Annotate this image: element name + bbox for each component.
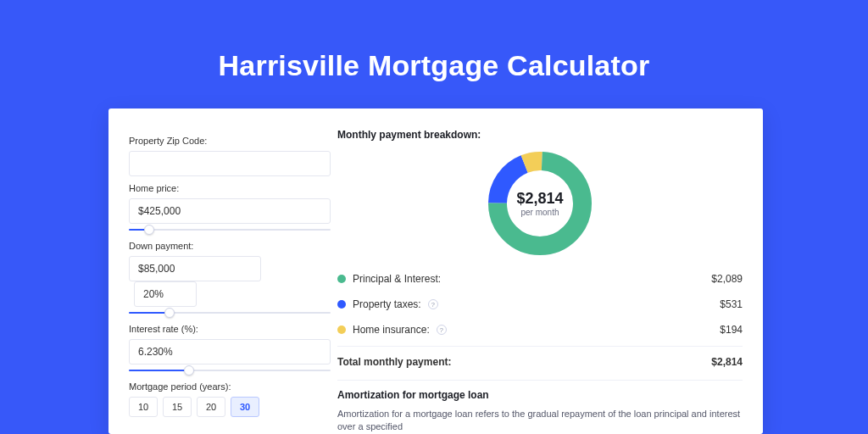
amortization-section: Amortization for mortgage loan Amortizat…: [337, 380, 743, 434]
down-label: Down payment:: [129, 241, 331, 251]
total-label: Total monthly payment:: [337, 356, 451, 368]
donut-chart-wrap: $2,814 per month: [337, 147, 743, 259]
legend-label: Principal & Interest:: [353, 273, 441, 285]
rate-slider[interactable]: [129, 366, 331, 375]
period-option-15[interactable]: 15: [163, 397, 192, 417]
total-row: Total monthly payment: $2,814: [337, 346, 743, 371]
amortization-heading: Amortization for mortgage loan: [337, 389, 743, 401]
calculator-card: Property Zip Code: Home price: Down paym…: [108, 108, 763, 434]
breakdown-legend: Principal & Interest:$2,089Property taxe…: [337, 266, 743, 342]
rate-input[interactable]: [129, 339, 331, 364]
inputs-panel: Property Zip Code: Home price: Down paym…: [108, 108, 331, 434]
price-label: Home price:: [129, 183, 331, 193]
total-amount: $2,814: [711, 356, 743, 368]
down-amount-input[interactable]: [129, 256, 261, 281]
donut-chart: $2,814 per month: [484, 147, 596, 259]
price-slider[interactable]: [129, 225, 331, 234]
breakdown-panel: Monthly payment breakdown: $2,814 per mo…: [331, 108, 763, 434]
legend-row: Principal & Interest:$2,089: [337, 266, 743, 292]
donut-center-sub: per month: [520, 208, 559, 217]
info-icon[interactable]: ?: [437, 325, 447, 335]
page-title: Harrisville Mortgage Calculator: [92, 49, 776, 82]
legend-dot: [337, 275, 346, 283]
period-option-30[interactable]: 30: [231, 397, 259, 417]
legend-amount: $531: [720, 298, 743, 310]
zip-input[interactable]: [129, 151, 331, 176]
legend-label: Home insurance:: [353, 324, 430, 336]
legend-row: Property taxes:?$531: [337, 292, 743, 317]
info-icon[interactable]: ?: [428, 299, 438, 309]
legend-amount: $194: [720, 324, 743, 336]
period-label: Mortgage period (years):: [129, 381, 331, 392]
breakdown-heading: Monthly payment breakdown:: [337, 129, 743, 141]
period-segmented: 10152030: [129, 397, 331, 417]
legend-label: Property taxes:: [353, 298, 421, 310]
period-option-10[interactable]: 10: [129, 397, 158, 417]
donut-center-value: $2,814: [516, 190, 563, 208]
down-percent-input[interactable]: [134, 281, 197, 307]
legend-amount: $2,089: [711, 273, 743, 285]
page-root: Harrisville Mortgage Calculator Property…: [0, 0, 868, 434]
period-option-20[interactable]: 20: [197, 397, 225, 417]
price-input[interactable]: [129, 198, 331, 224]
legend-dot: [337, 326, 346, 334]
legend-row: Home insurance:?$194: [337, 317, 743, 342]
zip-label: Property Zip Code:: [129, 136, 331, 146]
donut-center: $2,814 per month: [484, 147, 596, 259]
legend-dot: [337, 300, 346, 309]
rate-label: Interest rate (%):: [129, 324, 331, 334]
amortization-paragraph: Amortization for a mortgage loan refers …: [337, 408, 743, 434]
down-slider[interactable]: [129, 309, 331, 317]
